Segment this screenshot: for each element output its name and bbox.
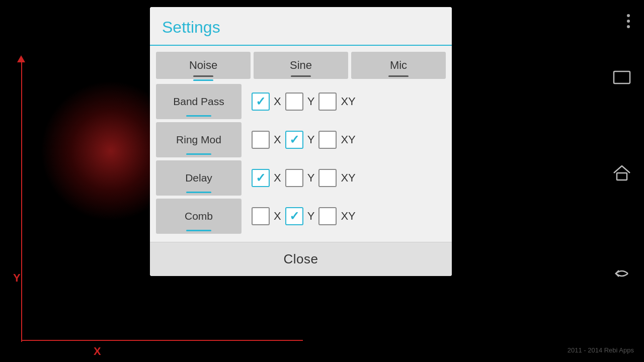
delay-xy-label: XY <box>341 171 355 185</box>
ring-mod-checkbox-x[interactable] <box>285 131 303 149</box>
source-tabs: Noise Sine Mic <box>150 46 452 79</box>
home-button[interactable] <box>607 161 637 185</box>
band-pass-underline <box>186 115 211 117</box>
tab-sine[interactable]: Sine <box>254 52 348 79</box>
ring-mod-xy-label: XY <box>341 133 355 146</box>
delay-x-label: X <box>274 171 281 185</box>
ring-mod-controls: X Y XY <box>250 131 446 149</box>
filters-section: Band Pass X Y XY Ring Mod X Y <box>150 79 452 239</box>
copyright-text: 2011 - 2014 Rebi Apps <box>568 346 634 354</box>
tab-mic[interactable]: Mic <box>351 52 446 79</box>
y-axis <box>21 60 22 342</box>
comb-checkbox-x[interactable] <box>285 207 303 225</box>
filter-comb-button[interactable]: Comb <box>156 199 242 234</box>
settings-dialog: Settings Noise Sine Mic Band Pass X <box>150 7 452 276</box>
filter-row-band-pass: Band Pass X Y XY <box>156 84 446 119</box>
band-pass-controls: X Y XY <box>250 93 446 111</box>
dialog-title: Settings <box>150 7 452 45</box>
x-axis <box>21 340 303 341</box>
svg-rect-0 <box>614 71 630 83</box>
tab-sine-underline <box>291 75 311 77</box>
comb-x-label: X <box>274 210 281 223</box>
band-pass-checkbox-default[interactable] <box>252 93 270 111</box>
filter-ring-mod-button[interactable]: Ring Mod <box>156 122 242 157</box>
comb-controls: X Y XY <box>250 207 446 225</box>
delay-underline <box>186 192 211 193</box>
comb-checkbox-y[interactable] <box>318 207 337 225</box>
band-pass-x-label: X <box>274 95 281 108</box>
y-axis-label: Y <box>13 272 21 285</box>
ring-mod-x-label: X <box>274 133 281 146</box>
ring-mod-y-label: Y <box>307 133 315 146</box>
band-pass-xy-label: XY <box>341 95 355 108</box>
filter-row-comb: Comb X Y XY <box>156 199 446 234</box>
tab-noise-underline <box>193 75 213 77</box>
band-pass-checkbox-y[interactable] <box>318 93 337 111</box>
close-button[interactable]: Close <box>150 242 452 276</box>
ring-mod-checkbox-y[interactable] <box>318 131 337 149</box>
band-pass-checkbox-x[interactable] <box>285 93 303 111</box>
ring-mod-underline <box>186 153 211 155</box>
band-pass-y-label: Y <box>307 95 315 108</box>
delay-checkbox-x[interactable] <box>285 169 303 187</box>
overflow-menu-button[interactable] <box>627 14 630 28</box>
filter-row-delay: Delay X Y XY <box>156 160 446 196</box>
tab-mic-underline <box>388 75 409 77</box>
filter-band-pass-button[interactable]: Band Pass <box>156 84 242 119</box>
recent-apps-button[interactable] <box>607 65 637 89</box>
x-axis-label: X <box>94 345 101 358</box>
svg-rect-1 <box>617 173 627 180</box>
delay-y-label: Y <box>307 171 315 185</box>
comb-checkbox-default[interactable] <box>252 207 270 225</box>
delay-checkbox-y[interactable] <box>318 169 337 187</box>
filter-row-ring-mod: Ring Mod X Y XY <box>156 122 446 157</box>
back-button[interactable] <box>607 261 637 286</box>
delay-controls: X Y XY <box>250 169 446 187</box>
ring-mod-checkbox-default[interactable] <box>252 131 270 149</box>
delay-checkbox-default[interactable] <box>252 169 270 187</box>
y-axis-arrow <box>17 55 25 62</box>
tab-noise[interactable]: Noise <box>156 52 251 79</box>
comb-y-label: Y <box>307 210 315 223</box>
filter-delay-button[interactable]: Delay <box>156 160 242 196</box>
comb-underline <box>186 230 211 231</box>
comb-xy-label: XY <box>341 210 355 223</box>
